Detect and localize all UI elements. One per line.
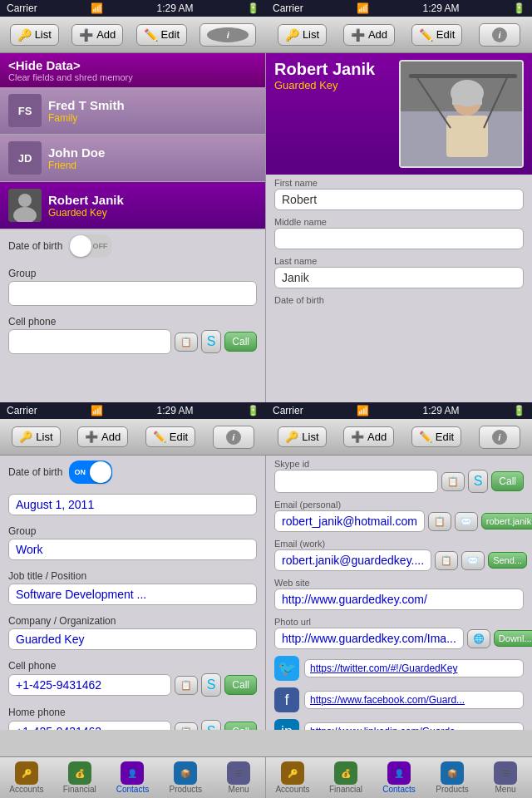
email-personal-send[interactable]: robert.janik@guardedkey.... [481, 513, 532, 530]
email-personal-row: robert_janik@hotmail.com 📋 ✉️ robert.jan… [274, 510, 524, 532]
bottom-split-area: Date of birth August 1, 2011 Group Work … [0, 456, 532, 730]
financial-icon-right: 💰 [334, 761, 357, 785]
tab-financial-right[interactable]: 💰 Financial [319, 757, 372, 798]
avatar-john: JD [8, 141, 42, 175]
skype-value [274, 470, 438, 493]
cellphone-copy-bottom[interactable]: 📋 [175, 676, 198, 695]
group-value-bottom: Work [8, 539, 257, 560]
bottom-left-edit-btn[interactable]: ✏️ Edit [145, 426, 195, 447]
photo-url-globe[interactable]: 🌐 [467, 629, 490, 648]
menu-label-right: Menu [495, 785, 515, 794]
website-section: Web site http://www.guardedkey.com/ [266, 574, 532, 613]
call-button-top[interactable]: Call [224, 332, 257, 352]
contact-name-john: John Doe [48, 145, 105, 160]
left-add-button[interactable]: ➕ Add [71, 24, 123, 46]
email-work-copy[interactable]: 📋 [435, 551, 458, 570]
tab-menu-right[interactable]: ☰ Menu [479, 757, 532, 798]
right-time: 1:29 AM [423, 2, 460, 14]
bottom-left-add-label: Add [101, 431, 121, 443]
right-edit-button[interactable]: ✏️ Edit [411, 24, 462, 46]
cellphone-input-top[interactable] [8, 329, 171, 354]
bottom-right-list-btn[interactable]: 🔑 List [278, 426, 326, 447]
contact-row-robert[interactable]: Robert Janik Guarded Key [0, 182, 265, 229]
tab-bar: 🔑 Accounts 💰 Financial 👤 Contacts 📦 Prod… [0, 756, 532, 798]
accounts-icon-left: 🔑 [15, 761, 38, 785]
svg-rect-6 [446, 116, 488, 157]
tab-products-right[interactable]: 📦 Products [426, 757, 479, 798]
website-label: Web site [274, 578, 524, 588]
left-wifi-icon: 📶 [91, 2, 103, 14]
website-value[interactable]: http://www.guardedkey.com/ [274, 589, 524, 610]
cellphone-call-bottom[interactable]: Call [224, 675, 257, 695]
right-info-button[interactable]: i [479, 23, 520, 47]
tab-accounts-left[interactable]: 🔑 Accounts [0, 757, 53, 798]
last-name-section: Last name Janik [266, 253, 532, 292]
bottom-left-toolbar: 🔑 List ➕ Add ✏️ Edit i [0, 419, 266, 456]
email-work-send[interactable]: Send... [488, 552, 527, 569]
svg-rect-11 [409, 74, 517, 78]
facebook-link[interactable]: https://www.facebook.com/Guard... [304, 691, 524, 709]
middle-name-section: Middle name [266, 214, 532, 253]
right-add-button[interactable]: ➕ Add [343, 24, 395, 46]
dob-toggle-top[interactable] [69, 234, 112, 258]
bottom-right-add-btn[interactable]: ➕ Add [343, 426, 394, 447]
company-section: Company / Organization Guarded Key [0, 610, 265, 655]
homephone-skype[interactable]: S [201, 720, 222, 730]
linkedin-link[interactable]: https://www.linkedin.com/Guarde... [304, 722, 524, 730]
tab-contacts-right[interactable]: 👤 Contacts [372, 757, 426, 798]
photo-url-section: Photo url http://www.guardedkey.com/Ima.… [266, 613, 532, 653]
accounts-label-left: Accounts [9, 785, 43, 794]
photo-url-value: http://www.guardedkey.com/Ima... [274, 628, 464, 649]
left-toolbar: 🔑 List ➕ Add ✏️ Edit i [0, 17, 266, 53]
homephone-row: +1-425-9431462 📋 S Call [8, 720, 257, 730]
email-personal-copy[interactable]: 📋 [428, 512, 451, 531]
twitter-link[interactable]: https://twitter.com/#!/GuardedKey [304, 659, 524, 677]
bottom-left-add-btn[interactable]: ➕ Add [77, 426, 128, 447]
skype-call-top[interactable]: S [201, 330, 222, 353]
photo-url-label: Photo url [274, 617, 524, 627]
skype-copy[interactable]: 📋 [441, 472, 465, 491]
cellphone-action-top[interactable]: 📋 [175, 332, 198, 352]
email-work-envelope[interactable]: ✉️ [461, 551, 485, 570]
company-label: Company / Organization [8, 615, 257, 627]
group-label-bottom: Group [8, 525, 257, 537]
financial-label-right: Financial [329, 785, 362, 794]
bottom-left-pencil-icon: ✏️ [153, 431, 166, 443]
email-work-row: robert.janik@guardedkey.... 📋 ✉️ Send... [274, 549, 524, 571]
email-personal-envelope[interactable]: ✉️ [455, 512, 478, 531]
group-input-top[interactable] [8, 281, 257, 306]
tab-financial-left[interactable]: 💰 Financial [53, 757, 106, 798]
tab-accounts-right[interactable]: 🔑 Accounts [266, 757, 319, 798]
left-info-button[interactable]: i [200, 23, 256, 47]
bottom-left-list-btn[interactable]: 🔑 List [12, 426, 60, 447]
email-work-value: robert.janik@guardedkey.... [274, 549, 431, 571]
pencil-icon-right: ✏️ [419, 28, 433, 42]
left-list-button[interactable]: 🔑 List [10, 24, 59, 46]
skype-call-icon[interactable]: S [468, 470, 489, 493]
contact-row-john[interactable]: JD John Doe Friend [0, 135, 265, 182]
bottom-right-pencil-icon: ✏️ [419, 431, 432, 443]
info-icon-right: i [492, 27, 507, 42]
tab-contacts-left[interactable]: 👤 Contacts [106, 757, 160, 798]
skype-row: 📋 S Call [274, 470, 524, 493]
homephone-copy[interactable]: 📋 [175, 722, 198, 731]
left-edit-button[interactable]: ✏️ Edit [136, 24, 187, 46]
photo-url-download[interactable]: Downl... [494, 630, 532, 647]
right-list-button[interactable]: 🔑 List [278, 24, 327, 46]
cellphone-skype-bottom[interactable]: S [201, 673, 222, 697]
top-toolbars: 🔑 List ➕ Add ✏️ Edit i 🔑 List ➕ Add ✏️ E… [0, 17, 532, 53]
hide-data-row[interactable]: <Hide Data> Clear fields and shred memor… [0, 53, 265, 87]
right-tab-half: 🔑 Accounts 💰 Financial 👤 Contacts 📦 Prod… [266, 757, 532, 798]
skype-call-btn[interactable]: Call [491, 471, 524, 491]
contact-row-fred[interactable]: FS Fred T Smith Family [0, 87, 265, 135]
dob-toggle-bottom[interactable] [69, 461, 112, 484]
tab-products-left[interactable]: 📦 Products [159, 757, 212, 798]
tab-menu-left[interactable]: ☰ Menu [212, 757, 265, 798]
bottom-left-info-btn[interactable]: i [213, 426, 254, 449]
cellphone-row-bottom: +1-425-9431462 📋 S Call [8, 673, 257, 697]
group-label-top: Group [8, 268, 257, 279]
bottom-right-edit-btn[interactable]: ✏️ Edit [411, 426, 461, 447]
email-work-section: Email (work) robert.janik@guardedkey....… [266, 535, 532, 574]
homephone-call[interactable]: Call [224, 722, 257, 730]
bottom-right-info-btn[interactable]: i [479, 426, 520, 449]
